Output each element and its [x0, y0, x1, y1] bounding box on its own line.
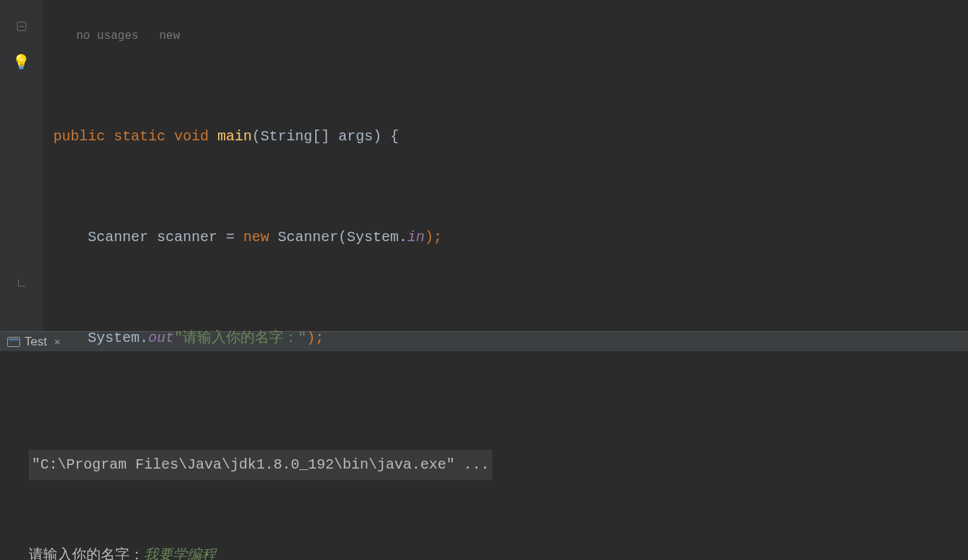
fold-collapse-icon[interactable]: [17, 22, 26, 31]
code-editor[interactable]: 💡 no usages new public static void main(…: [0, 0, 968, 331]
user-input: 我要学编程: [144, 547, 216, 560]
fold-end-icon[interactable]: [18, 279, 25, 286]
code-line[interactable]: System.out"请输入你的名字：");: [53, 322, 968, 354]
intention-bulb-icon[interactable]: 💡: [12, 52, 30, 75]
console-line: 请输入你的名字：我要学编程: [29, 541, 968, 560]
editor-gutter: 💡: [0, 0, 43, 331]
console-line: "C:\Program Files\Java\jdk1.8.0_192\bin\…: [29, 450, 968, 480]
console-left-toolbar: [0, 352, 24, 560]
usages-hint: no usages new: [53, 20, 968, 52]
svg-rect-1: [9, 338, 19, 340]
run-console[interactable]: "C:\Program Files\Java\jdk1.8.0_192\bin\…: [0, 352, 968, 560]
code-line[interactable]: public static void main(String[] args) {: [53, 121, 968, 153]
code-line-highlighted[interactable]: Scanner scanner = new Scanner(System.in)…: [53, 222, 968, 253]
run-tab-label[interactable]: Test: [24, 332, 47, 351]
code-content[interactable]: no usages new public static void main(St…: [43, 0, 968, 331]
command-line: "C:\Program Files\Java\jdk1.8.0_192\bin\…: [29, 450, 492, 480]
run-config-icon: [7, 337, 20, 347]
